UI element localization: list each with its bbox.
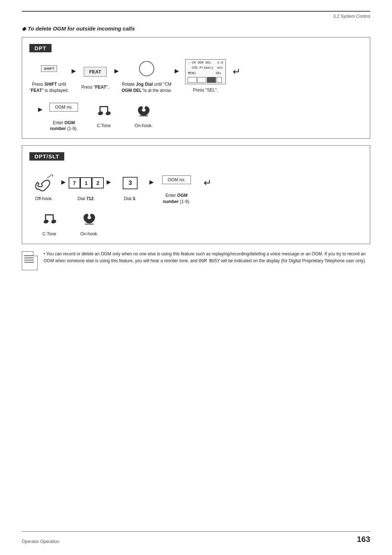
ogm-label: Enter OGMnumber (1-9).	[50, 120, 78, 132]
slt-712-label: Dial 712.	[78, 196, 95, 202]
return-arrow-slt: ↵	[204, 177, 212, 197]
dpt-step-jog: Rotate Jog Dial until "CMOGM DEL"is at t…	[122, 59, 172, 94]
dpt-step-ctone: C.Tone	[87, 100, 120, 129]
slt-ogm-icon-area: OGM no.	[162, 170, 191, 190]
slt-arrow-2: ►	[105, 178, 113, 197]
btn-row	[188, 77, 223, 83]
slt-row2: C.Tone On-hook.	[29, 208, 363, 237]
slt-ctone-label: C.Tone	[42, 231, 56, 237]
key-7: 7	[69, 177, 80, 189]
slt-3-icon-area: 3	[123, 173, 138, 193]
svg-point-8	[43, 219, 49, 224]
blank-btn-icon	[197, 77, 206, 83]
note-line-3	[24, 260, 34, 260]
slt-ctone-icon-area	[41, 208, 57, 228]
svg-point-3	[98, 111, 103, 116]
dpt-row1: SHIFT Press SHIFT until"FEAT" is display…	[29, 59, 363, 94]
arrow-3: ►	[173, 67, 180, 85]
slt-step-onhook: On-hook.	[73, 208, 106, 237]
jog-dial-icon	[139, 61, 154, 76]
offhook-svg-icon	[34, 174, 54, 192]
slt-step-offhook: Off-hook.	[29, 173, 58, 202]
dpt-step-shift: SHIFT Press SHIFT until"FEAT" is display…	[29, 59, 69, 94]
arrow-2: ►	[113, 67, 120, 85]
onhook-dpt-label: On-hook.	[135, 123, 152, 129]
ogm-box-icon: OGM no.	[49, 103, 78, 112]
shift-label: Press SHIFT until"FEAT" is displayed.	[29, 81, 69, 94]
ctone-icon-area	[96, 100, 112, 120]
note-line-4	[24, 262, 34, 263]
slt-step-712: 7 1 2 Dial 712.	[69, 173, 104, 202]
feat-icon-area: FEAT	[84, 62, 107, 81]
slt-row1: Off-hook. ► 7 1 2 Dial 712. ► 3	[29, 170, 363, 205]
sel-icon-area: → CM OGM DEL 1-9 COS Primary ext MENU SE…	[185, 59, 225, 84]
slt-step-ctone: C.Tone	[33, 208, 66, 237]
slt-onhook-label: On-hook.	[80, 231, 98, 237]
section-label: 3.2 System Control	[333, 14, 370, 19]
slt-onhook-icon-area	[81, 208, 98, 228]
slt-step-3: 3 Dial 3.	[114, 173, 147, 202]
arrow-1: ►	[70, 67, 77, 85]
dpt-step-ogm: OGM no. Enter OGMnumber (1-9).	[48, 97, 80, 132]
dpt-step-feat: FEAT Press "FEAT".	[79, 62, 111, 90]
ctone-svg-icon	[96, 103, 112, 117]
note-lines	[22, 252, 37, 266]
svg-point-9	[51, 219, 57, 224]
dptslt-label: DPT/SLT	[29, 152, 64, 161]
footer-left-text: Operator Operation	[22, 539, 59, 544]
svg-point-4	[105, 111, 111, 116]
sel-label: Press "SEL".	[193, 87, 218, 93]
dptslt-box: DPT/SLT Off-hook. ►	[22, 145, 370, 244]
slt-arrow-1: ►	[60, 178, 67, 197]
sel-row: MENU SEL	[188, 71, 223, 76]
note-line-1	[24, 255, 34, 256]
page-footer: Operator Operation 163	[22, 531, 370, 544]
extra-btn-icon	[217, 77, 222, 83]
header-rule	[22, 11, 370, 12]
ogm-icon-area: OGM no.	[49, 97, 78, 117]
shift-icon-area: SHIFT	[41, 59, 57, 78]
slt-712-icon-area: 7 1 2	[69, 173, 104, 193]
display-panel: → CM OGM DEL 1-9 COS Primary ext MENU SE…	[185, 59, 225, 84]
note-text: • You can record or delete an OGM only w…	[44, 251, 370, 264]
svg-rect-0	[99, 106, 108, 107]
slt-ogm-label: Enter OGMnumber (1-9).	[163, 193, 190, 205]
onhook-icon-area	[135, 100, 152, 120]
menu-btn-icon	[188, 77, 196, 83]
feat-label: Press "FEAT".	[81, 84, 109, 90]
slt-3-label: Dial 3.	[124, 196, 136, 202]
section-title: ◆ To delete OGM for outside incoming cal…	[22, 25, 370, 32]
note-line-2	[24, 258, 34, 258]
slt-offhook-icon-area	[34, 173, 54, 193]
dpt-label: DPT	[29, 44, 52, 52]
slt-ogm-box-icon: OGM no.	[162, 175, 191, 184]
num-key-group-712: 7 1 2	[69, 177, 104, 189]
dpt-step-onhook: On-hook.	[127, 100, 160, 129]
sel-btn-icon	[207, 77, 216, 83]
shift-key-icon: SHIFT	[41, 65, 57, 72]
feat-key-icon: FEAT	[84, 67, 107, 77]
note-content: You can record or delete an OGM only whe…	[44, 251, 366, 263]
slt-step-ogm: OGM no. Enter OGMnumber (1-9).	[156, 170, 196, 205]
jog-icon-area	[139, 59, 154, 78]
onhook-svg-icon	[135, 103, 152, 117]
offhook-label: Off-hook.	[35, 196, 53, 202]
return-arrow-dpt: ↵	[233, 66, 241, 86]
jog-label: Rotate Jog Dial until "CMOGM DEL"is at t…	[122, 81, 172, 94]
slt-ctone-svg-icon	[41, 211, 57, 225]
dpt-row2: ► OGM no. Enter OGMnumber (1-9).	[29, 97, 363, 132]
svg-rect-5	[45, 214, 54, 215]
key-2: 2	[92, 177, 103, 189]
footer-page-number: 163	[357, 535, 370, 544]
key-3: 3	[123, 177, 138, 189]
dpt-box: DPT SHIFT Press SHIFT until"FEAT" is dis…	[22, 37, 370, 139]
page-header: 3.2 System Control	[22, 14, 370, 19]
ctone-label: C.Tone	[97, 123, 111, 129]
dpt-step-sel: → CM OGM DEL 1-9 COS Primary ext MENU SE…	[182, 59, 229, 93]
note-section: • You can record or delete an OGM only w…	[22, 251, 370, 270]
key-1: 1	[80, 177, 92, 189]
arrow-row2-start: ►	[37, 105, 44, 124]
slt-onhook-svg-icon	[81, 211, 98, 226]
note-icon	[22, 251, 38, 270]
slt-arrow-3: ►	[148, 178, 155, 197]
